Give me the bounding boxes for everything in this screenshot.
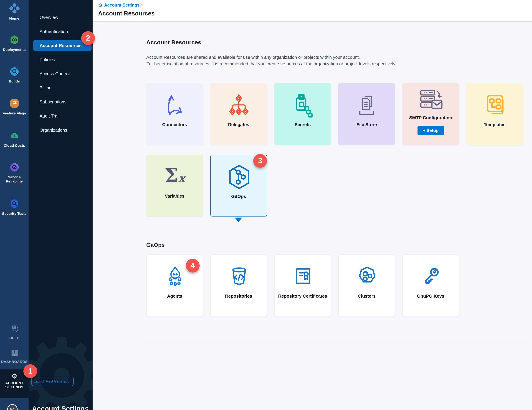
card-label: Secrets bbox=[276, 118, 329, 131]
smtp-configuration-icon bbox=[402, 86, 459, 116]
settings-nav-footer-title: Account Settings bbox=[32, 405, 89, 410]
sidebar-item-service-reliability[interactable]: Service Reliability bbox=[0, 162, 28, 183]
page-header: ⚙ Account Settings › Account Resources bbox=[93, 0, 532, 22]
sidebar-item-builds[interactable]: Builds bbox=[0, 66, 28, 83]
module-nav-sidebar: Home Deployments Builds Feature Flags $ … bbox=[0, 0, 28, 410]
sidebar-item-security-tests[interactable]: Security Tests bbox=[0, 199, 28, 216]
templates-icon bbox=[466, 88, 523, 122]
card-label: File Store bbox=[340, 118, 393, 131]
cloud-costs-icon: $ bbox=[0, 131, 28, 142]
smtp-setup-button[interactable]: + Setup bbox=[418, 126, 444, 135]
settings-nav-organizations[interactable]: Organizations bbox=[28, 123, 93, 137]
home-icon bbox=[0, 3, 28, 15]
settings-nav-overview[interactable]: Overview bbox=[28, 10, 93, 24]
security-tests-icon bbox=[0, 199, 28, 210]
launch-first-generation-button[interactable]: Launch First Generation bbox=[31, 377, 74, 386]
card-label: SMTP Configuration bbox=[404, 113, 457, 122]
annotation-badge-3: 3 bbox=[253, 154, 267, 168]
connectors-icon bbox=[146, 88, 203, 122]
gitops-section-title: GitOps bbox=[146, 242, 165, 248]
settings-nav-subscriptions[interactable]: Subscriptions bbox=[28, 95, 93, 109]
description-line: For better isolation of resources, it is… bbox=[146, 61, 396, 67]
delegates-icon bbox=[210, 88, 267, 122]
sidebar-item-label: Service Reliability bbox=[0, 175, 28, 183]
resource-cards-row-1: Connectors Delegates Secrets bbox=[146, 83, 523, 145]
card-smtp-configuration[interactable]: SMTP Configuration + Setup bbox=[402, 83, 459, 145]
sidebar-item-label: Feature Flags bbox=[0, 111, 28, 115]
section-title: Account Resources bbox=[146, 39, 201, 46]
builds-icon bbox=[0, 66, 28, 78]
sidebar-item-dashboards[interactable]: DASHBOARDS bbox=[0, 349, 28, 364]
card-label: GitOps bbox=[213, 189, 265, 203]
card-repositories[interactable]: Repositories bbox=[210, 254, 267, 317]
sidebar-item-label: DASHBOARDS bbox=[0, 359, 28, 364]
sidebar-item-label: HELP bbox=[0, 336, 28, 340]
gnupg-keys-icon bbox=[403, 262, 459, 291]
breadcrumb-account-settings-link[interactable]: Account Settings bbox=[104, 3, 140, 8]
annotation-badge-1: 1 bbox=[23, 364, 37, 378]
card-variables[interactable]: Σx Variables bbox=[146, 155, 203, 217]
help-icon: ? bbox=[0, 324, 28, 335]
sidebar-item-help[interactable]: ? HELP bbox=[0, 324, 28, 340]
chevron-right-icon: › bbox=[141, 3, 143, 8]
service-reliability-icon bbox=[0, 162, 28, 174]
feature-flags-icon bbox=[0, 98, 28, 110]
gear-icon: ⚙ bbox=[98, 3, 102, 8]
page-title: Account Resources bbox=[98, 10, 155, 17]
card-label: Templates bbox=[468, 118, 521, 131]
settings-nav-audit-trail[interactable]: Audit Trail bbox=[28, 109, 93, 123]
annotation-badge-2: 2 bbox=[81, 31, 95, 45]
repositories-icon bbox=[211, 262, 267, 291]
sidebar-item-feature-flags[interactable]: Feature Flags bbox=[0, 98, 28, 115]
clusters-icon bbox=[339, 262, 395, 291]
settings-nav-list: Overview Authentication Account Resource… bbox=[28, 10, 93, 137]
sidebar-item-home[interactable]: Home bbox=[0, 3, 28, 20]
sidebar-item-label: Builds bbox=[0, 79, 28, 83]
dashboards-icon bbox=[0, 349, 28, 358]
card-label: Delegates bbox=[212, 118, 265, 131]
gear-watermark-icon: ⚙ bbox=[28, 325, 93, 410]
svg-text:$: $ bbox=[13, 134, 15, 138]
settings-nav-access-control[interactable]: Access Control bbox=[28, 67, 93, 81]
avatar[interactable]: MC bbox=[7, 404, 18, 410]
card-file-store[interactable]: File Store bbox=[338, 83, 395, 145]
card-secrets[interactable]: Secrets bbox=[274, 83, 331, 145]
variables-icon: Σx bbox=[146, 159, 203, 194]
file-store-icon bbox=[338, 88, 395, 122]
card-delegates[interactable]: Delegates bbox=[210, 83, 267, 145]
section-divider bbox=[146, 233, 526, 233]
description-line: Account Resources are shared and availab… bbox=[146, 54, 396, 61]
sidebar-item-label: Home bbox=[0, 16, 28, 20]
sidebar-item-deployments[interactable]: Deployments bbox=[0, 35, 28, 52]
repository-certificates-icon bbox=[275, 262, 331, 291]
card-templates[interactable]: Templates bbox=[466, 83, 523, 145]
sidebar-item-cloud-costs[interactable]: $ Cloud Costs bbox=[0, 131, 28, 147]
main-area: ⚙ Account Settings › Account Resources A… bbox=[93, 0, 532, 410]
resource-cards-row-2: Σx Variables GitOps bbox=[146, 155, 267, 217]
svg-text:?: ? bbox=[13, 326, 14, 329]
card-repository-certificates[interactable]: Repository Certificates bbox=[274, 254, 331, 317]
card-label: Agents bbox=[149, 289, 201, 303]
sidebar-item-label: Security Tests bbox=[0, 211, 28, 216]
app-window: Home Deployments Builds Feature Flags $ … bbox=[0, 0, 532, 410]
content-area: Account Resources Account Resources are … bbox=[93, 22, 532, 410]
settings-nav-policies[interactable]: Policies bbox=[28, 53, 93, 67]
secrets-icon bbox=[274, 88, 331, 122]
sidebar-item-label: Deployments bbox=[0, 47, 28, 52]
card-label: Variables bbox=[148, 189, 201, 203]
settings-nav-sidebar: ⚙ Overview Authentication Account Resour… bbox=[28, 0, 93, 410]
settings-nav-billing[interactable]: Billing bbox=[28, 81, 93, 95]
card-label: Connectors bbox=[148, 118, 201, 131]
breadcrumb: ⚙ Account Settings › bbox=[98, 3, 143, 8]
section-description: Account Resources are shared and availab… bbox=[146, 54, 396, 67]
card-label: Clusters bbox=[341, 289, 393, 303]
card-gnupg-keys[interactable]: GnuPG Keys bbox=[402, 254, 459, 317]
deployments-icon bbox=[0, 35, 28, 46]
section-divider bbox=[146, 338, 526, 338]
selection-pointer-icon bbox=[235, 218, 242, 222]
card-label: Repository Certificates bbox=[277, 289, 329, 303]
card-connectors[interactable]: Connectors bbox=[146, 83, 203, 145]
card-clusters[interactable]: Clusters bbox=[338, 254, 395, 317]
sidebar-item-label: Cloud Costs bbox=[0, 143, 28, 147]
card-label: Repositories bbox=[213, 289, 265, 303]
